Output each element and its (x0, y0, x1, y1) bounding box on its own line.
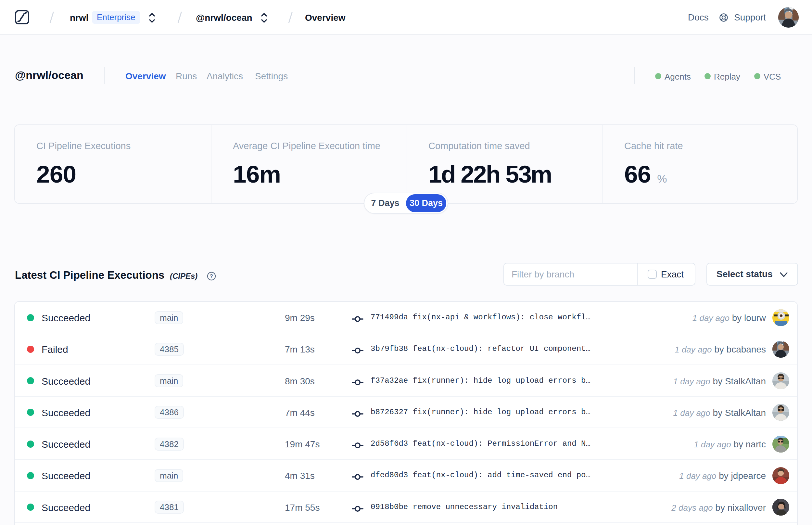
svg-text:?: ? (210, 273, 213, 279)
